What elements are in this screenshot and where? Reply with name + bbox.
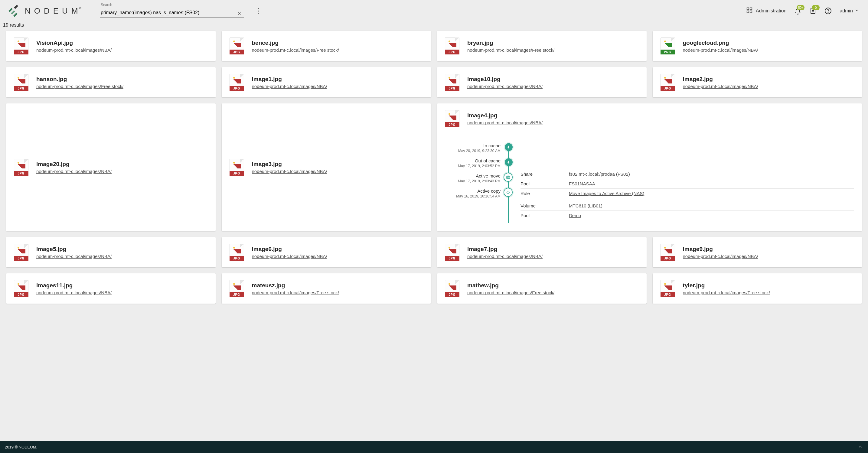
detail-value[interactable]: fs02.mt-c.local:/prodaa (FS02): [569, 171, 630, 176]
file-path[interactable]: nodeum-prod.mt-c.local/images/NBA/: [683, 254, 758, 259]
file-card[interactable]: JPG image6.jpg nodeum-prod.mt-c.local/im…: [222, 237, 431, 267]
search-input[interactable]: [100, 4, 244, 18]
detail-key: Rule: [521, 191, 563, 196]
file-path[interactable]: nodeum-prod.mt-c.local/images/NBA/: [467, 120, 542, 125]
svg-marker-3: [14, 5, 18, 9]
file-card[interactable]: JPG image10.jpg nodeum-prod.mt-c.local/i…: [437, 67, 647, 97]
search-field[interactable]: Search ×: [100, 4, 244, 18]
file-path[interactable]: nodeum-prod.mt-c.local/images/NBA/: [36, 254, 112, 259]
file-card[interactable]: JPG mateusz.jpg nodeum-prod.mt-c.local/i…: [222, 273, 431, 303]
file-card[interactable]: JPG image7.jpg nodeum-prod.mt-c.local/im…: [437, 237, 647, 267]
file-name: image10.jpg: [467, 76, 542, 83]
file-type-icon: JPG: [445, 74, 459, 91]
camera-icon: [503, 173, 513, 182]
file-card[interactable]: JPG image1.jpg nodeum-prod.mt-c.local/im…: [222, 67, 431, 97]
detail-key: Share: [521, 171, 563, 176]
tasks-badge: 0: [812, 5, 819, 10]
detail-value[interactable]: MTC610 (LIB01): [569, 203, 602, 208]
file-card[interactable]: JPG image20.jpg nodeum-prod.mt-c.local/i…: [6, 103, 216, 231]
file-name: image9.jpg: [683, 246, 758, 253]
file-card[interactable]: JPG VisionApi.jpg nodeum-prod.mt-c.local…: [6, 31, 216, 61]
file-path[interactable]: nodeum-prod.mt-c.local/images/NBA/: [252, 254, 327, 259]
file-path[interactable]: nodeum-prod.mt-c.local/images/Free stock…: [36, 84, 123, 89]
results-grid: JPG VisionApi.jpg nodeum-prod.mt-c.local…: [0, 31, 868, 322]
file-type-icon: PNG: [660, 37, 675, 55]
file-card-expanded[interactable]: JPG image4.jpg nodeum-prod.mt-c.local/im…: [437, 103, 862, 231]
results-count: 19 results: [0, 22, 868, 31]
file-card[interactable]: JPG tyler.jpg nodeum-prod.mt-c.local/ima…: [653, 273, 862, 303]
file-path[interactable]: nodeum-prod.mt-c.local/images/NBA/: [36, 47, 112, 53]
file-card[interactable]: JPG image9.jpg nodeum-prod.mt-c.local/im…: [653, 237, 862, 267]
file-card[interactable]: JPG bence.jpg nodeum-prod.mt-c.local/ima…: [222, 31, 431, 61]
file-card[interactable]: JPG image2.jpg nodeum-prod.mt-c.local/im…: [653, 67, 862, 97]
file-type-icon: JPG: [660, 244, 675, 261]
active-copy-details: VolumeMTC610 (LIB01)PoolDemo: [521, 201, 854, 220]
clear-icon[interactable]: ×: [238, 10, 241, 17]
detail-value[interactable]: Demo: [569, 213, 581, 218]
file-type-icon: JPG: [229, 280, 244, 297]
header-actions: Administration 50+ 0 admin: [746, 7, 859, 15]
timeline-label: Active move: [476, 173, 500, 179]
file-name: image4.jpg: [467, 112, 542, 119]
file-card[interactable]: JPG hanson.jpg nodeum-prod.mt-c.local/im…: [6, 67, 216, 97]
file-type-icon: JPG: [229, 244, 244, 261]
file-name: bence.jpg: [252, 40, 339, 46]
more-icon[interactable]: ⋮: [255, 7, 261, 15]
svg-marker-2: [13, 13, 18, 17]
detail-row: PoolFS01NASAA: [521, 179, 854, 189]
detail-key: Pool: [521, 181, 563, 186]
file-card[interactable]: PNG googlecloud.png nodeum-prod.mt-c.loc…: [653, 31, 862, 61]
brand-block: NODEUM®: [7, 5, 85, 17]
detail-value[interactable]: FS01NASAA: [569, 181, 595, 186]
file-path[interactable]: nodeum-prod.mt-c.local/images/NBA/: [683, 47, 758, 53]
svg-marker-0: [8, 8, 13, 12]
file-card[interactable]: JPG images11.jpg nodeum-prod.mt-c.local/…: [6, 273, 216, 303]
file-card[interactable]: JPG bryan.jpg nodeum-prod.mt-c.local/ima…: [437, 31, 647, 61]
file-type-icon: JPG: [229, 159, 244, 176]
tasks-button[interactable]: 0: [809, 7, 816, 14]
file-path[interactable]: nodeum-prod.mt-c.local/images/NBA/: [252, 169, 327, 174]
file-path[interactable]: nodeum-prod.mt-c.local/images/NBA/: [467, 254, 542, 259]
file-name: image5.jpg: [36, 246, 112, 253]
file-type-icon: JPG: [229, 74, 244, 91]
timeline-event: Active copy May 16, 2019, 10:16:54 AM: [456, 186, 515, 201]
detail-row: VolumeMTC610 (LIB01): [521, 201, 854, 211]
administration-link[interactable]: Administration: [746, 7, 786, 15]
file-path[interactable]: nodeum-prod.mt-c.local/images/Free stock…: [467, 47, 554, 53]
file-card[interactable]: JPG image3.jpg nodeum-prod.mt-c.local/im…: [222, 103, 431, 231]
file-card[interactable]: JPG mathew.jpg nodeum-prod.mt-c.local/im…: [437, 273, 647, 303]
file-timeline: In cache May 20, 2019, 9:23:30 AM Out of…: [445, 140, 854, 223]
help-button[interactable]: [825, 7, 832, 14]
file-name: image7.jpg: [467, 246, 542, 253]
svg-rect-7: [750, 11, 752, 13]
file-path[interactable]: nodeum-prod.mt-c.local/images/NBA/: [683, 84, 758, 89]
svg-rect-6: [747, 11, 749, 13]
timeline-date: May 16, 2019, 10:16:54 AM: [456, 194, 500, 198]
file-path[interactable]: nodeum-prod.mt-c.local/images/NBA/: [36, 290, 112, 295]
file-card[interactable]: JPG image5.jpg nodeum-prod.mt-c.local/im…: [6, 237, 216, 267]
file-path[interactable]: nodeum-prod.mt-c.local/images/NBA/: [36, 169, 112, 174]
gear-icon: [503, 188, 513, 197]
file-path[interactable]: nodeum-prod.mt-c.local/images/Free stock…: [683, 290, 770, 295]
dashboard-icon: [746, 7, 753, 15]
user-menu[interactable]: admin: [840, 8, 859, 13]
bolt-icon: [505, 158, 513, 166]
svg-point-13: [507, 191, 509, 194]
file-type-icon: JPG: [14, 159, 28, 176]
timeline-date: May 17, 2019, 2:03:43 PM: [458, 179, 500, 183]
brand-mark-icon: [7, 5, 19, 17]
file-path[interactable]: nodeum-prod.mt-c.local/images/NBA/: [252, 84, 327, 89]
file-path[interactable]: nodeum-prod.mt-c.local/images/NBA/: [467, 84, 542, 89]
notifications-button[interactable]: 50+: [794, 7, 802, 14]
file-name: image6.jpg: [252, 246, 327, 253]
file-type-icon: JPG: [445, 37, 459, 55]
detail-row: Sharefs02.mt-c.local:/prodaa (FS02): [521, 169, 854, 179]
file-type-icon: JPG: [445, 110, 459, 127]
bolt-icon: [505, 143, 513, 151]
file-path[interactable]: nodeum-prod.mt-c.local/images/Free stock…: [252, 47, 339, 53]
file-name: mathew.jpg: [467, 282, 554, 289]
file-path[interactable]: nodeum-prod.mt-c.local/images/Free stock…: [467, 290, 554, 295]
detail-value[interactable]: Move Images to Active Archive (NAS): [569, 191, 644, 196]
file-path[interactable]: nodeum-prod.mt-c.local/images/Free stock…: [252, 290, 339, 295]
file-name: images11.jpg: [36, 282, 112, 289]
